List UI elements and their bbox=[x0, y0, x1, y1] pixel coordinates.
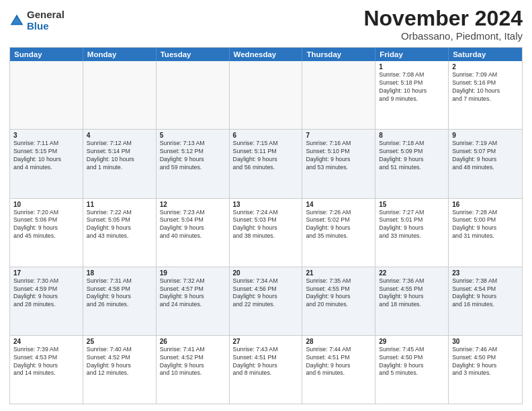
cell-text: Sunrise: 7:20 AM Sunset: 5:06 PM Dayligh… bbox=[13, 209, 79, 241]
cal-cell: 29Sunrise: 7:45 AM Sunset: 4:50 PM Dayli… bbox=[375, 336, 449, 404]
cal-cell: 21Sunrise: 7:35 AM Sunset: 4:55 PM Dayli… bbox=[302, 267, 375, 335]
cal-cell: 24Sunrise: 7:39 AM Sunset: 4:53 PM Dayli… bbox=[10, 336, 83, 404]
cal-cell: 23Sunrise: 7:38 AM Sunset: 4:54 PM Dayli… bbox=[449, 267, 522, 335]
cal-cell: 30Sunrise: 7:46 AM Sunset: 4:50 PM Dayli… bbox=[449, 336, 522, 404]
cell-text: Sunrise: 7:44 AM Sunset: 4:51 PM Dayligh… bbox=[306, 346, 371, 378]
cell-text: Sunrise: 7:41 AM Sunset: 4:52 PM Dayligh… bbox=[160, 346, 226, 378]
cell-text: Sunrise: 7:28 AM Sunset: 5:00 PM Dayligh… bbox=[452, 209, 519, 241]
cal-cell: 5Sunrise: 7:13 AM Sunset: 5:12 PM Daylig… bbox=[157, 130, 230, 197]
day-number: 16 bbox=[452, 201, 519, 208]
cell-text: Sunrise: 7:08 AM Sunset: 5:18 PM Dayligh… bbox=[379, 71, 445, 103]
day-number: 28 bbox=[306, 338, 371, 345]
calendar: SundayMondayTuesdayWednesdayThursdayFrid… bbox=[9, 47, 523, 404]
header-day-sunday: Sunday bbox=[10, 48, 83, 61]
cal-row-3: 17Sunrise: 7:30 AM Sunset: 4:59 PM Dayli… bbox=[10, 267, 522, 336]
cal-cell: 7Sunrise: 7:16 AM Sunset: 5:10 PM Daylig… bbox=[302, 130, 375, 197]
cell-text: Sunrise: 7:18 AM Sunset: 5:09 PM Dayligh… bbox=[379, 140, 445, 172]
cal-cell: 2Sunrise: 7:09 AM Sunset: 5:16 PM Daylig… bbox=[449, 61, 522, 129]
cell-text: Sunrise: 7:19 AM Sunset: 5:07 PM Dayligh… bbox=[452, 140, 519, 172]
day-number: 27 bbox=[233, 338, 299, 345]
cal-cell: 12Sunrise: 7:23 AM Sunset: 5:04 PM Dayli… bbox=[157, 199, 230, 267]
logo: General Blue bbox=[9, 9, 64, 32]
day-number: 2 bbox=[452, 63, 519, 71]
cal-cell: 25Sunrise: 7:40 AM Sunset: 4:52 PM Dayli… bbox=[83, 336, 157, 404]
cal-cell: 10Sunrise: 7:20 AM Sunset: 5:06 PM Dayli… bbox=[10, 199, 83, 267]
cal-cell: 18Sunrise: 7:31 AM Sunset: 4:58 PM Dayli… bbox=[83, 267, 157, 335]
page: General Blue November 2024 Orbassano, Pi… bbox=[0, 0, 532, 411]
cal-cell: 1Sunrise: 7:08 AM Sunset: 5:18 PM Daylig… bbox=[375, 61, 449, 129]
logo-text: General Blue bbox=[27, 9, 64, 32]
cal-cell: 13Sunrise: 7:24 AM Sunset: 5:03 PM Dayli… bbox=[230, 199, 303, 267]
cal-cell: 27Sunrise: 7:43 AM Sunset: 4:51 PM Dayli… bbox=[230, 336, 303, 404]
cell-text: Sunrise: 7:23 AM Sunset: 5:04 PM Dayligh… bbox=[160, 209, 226, 241]
cal-cell: 20Sunrise: 7:34 AM Sunset: 4:56 PM Dayli… bbox=[230, 267, 303, 335]
cell-text: Sunrise: 7:16 AM Sunset: 5:10 PM Dayligh… bbox=[306, 140, 371, 172]
cell-text: Sunrise: 7:34 AM Sunset: 4:56 PM Dayligh… bbox=[233, 277, 299, 310]
day-number: 9 bbox=[452, 132, 519, 139]
cal-cell bbox=[10, 61, 83, 129]
day-number: 10 bbox=[13, 201, 79, 208]
cell-text: Sunrise: 7:35 AM Sunset: 4:55 PM Dayligh… bbox=[306, 277, 371, 310]
cell-text: Sunrise: 7:13 AM Sunset: 5:12 PM Dayligh… bbox=[160, 140, 226, 172]
day-number: 8 bbox=[379, 132, 445, 139]
day-number: 22 bbox=[379, 269, 445, 277]
day-number: 13 bbox=[233, 201, 299, 208]
cal-cell: 4Sunrise: 7:12 AM Sunset: 5:14 PM Daylig… bbox=[83, 130, 157, 197]
day-number: 5 bbox=[160, 132, 226, 139]
header-day-wednesday: Wednesday bbox=[230, 48, 303, 61]
cal-cell: 6Sunrise: 7:15 AM Sunset: 5:11 PM Daylig… bbox=[230, 130, 303, 197]
cell-text: Sunrise: 7:09 AM Sunset: 5:16 PM Dayligh… bbox=[452, 71, 519, 103]
cell-text: Sunrise: 7:39 AM Sunset: 4:53 PM Dayligh… bbox=[13, 346, 79, 378]
cal-cell: 17Sunrise: 7:30 AM Sunset: 4:59 PM Dayli… bbox=[10, 267, 83, 335]
cal-cell: 28Sunrise: 7:44 AM Sunset: 4:51 PM Dayli… bbox=[302, 336, 375, 404]
calendar-body: 1Sunrise: 7:08 AM Sunset: 5:18 PM Daylig… bbox=[10, 61, 522, 404]
day-number: 17 bbox=[13, 269, 79, 277]
header-day-friday: Friday bbox=[375, 48, 449, 61]
logo-icon bbox=[9, 13, 24, 28]
day-number: 25 bbox=[87, 338, 152, 345]
day-number: 4 bbox=[87, 132, 152, 139]
cal-row-0: 1Sunrise: 7:08 AM Sunset: 5:18 PM Daylig… bbox=[10, 61, 522, 130]
day-number: 29 bbox=[379, 338, 445, 345]
cal-cell: 9Sunrise: 7:19 AM Sunset: 5:07 PM Daylig… bbox=[449, 130, 522, 197]
logo-general-text: General bbox=[27, 9, 64, 21]
logo-blue-text: Blue bbox=[27, 21, 64, 32]
cell-text: Sunrise: 7:30 AM Sunset: 4:59 PM Dayligh… bbox=[13, 277, 79, 310]
title-block: November 2024 Orbassano, Piedmont, Italy bbox=[363, 7, 523, 42]
cell-text: Sunrise: 7:26 AM Sunset: 5:02 PM Dayligh… bbox=[306, 209, 371, 241]
cal-cell: 8Sunrise: 7:18 AM Sunset: 5:09 PM Daylig… bbox=[375, 130, 449, 197]
cal-cell bbox=[83, 61, 157, 129]
day-number: 7 bbox=[306, 132, 371, 139]
cell-text: Sunrise: 7:22 AM Sunset: 5:05 PM Dayligh… bbox=[87, 209, 152, 241]
cal-cell: 16Sunrise: 7:28 AM Sunset: 5:00 PM Dayli… bbox=[449, 199, 522, 267]
cell-text: Sunrise: 7:45 AM Sunset: 4:50 PM Dayligh… bbox=[379, 346, 445, 378]
day-number: 15 bbox=[379, 201, 445, 208]
cal-cell bbox=[230, 61, 303, 129]
day-number: 19 bbox=[160, 269, 226, 277]
cal-row-1: 3Sunrise: 7:11 AM Sunset: 5:15 PM Daylig… bbox=[10, 130, 522, 198]
cal-cell bbox=[157, 61, 230, 129]
location: Orbassano, Piedmont, Italy bbox=[363, 30, 523, 42]
cell-text: Sunrise: 7:12 AM Sunset: 5:14 PM Dayligh… bbox=[87, 140, 152, 172]
header: General Blue November 2024 Orbassano, Pi… bbox=[9, 7, 523, 42]
cell-text: Sunrise: 7:27 AM Sunset: 5:01 PM Dayligh… bbox=[379, 209, 445, 241]
cal-row-2: 10Sunrise: 7:20 AM Sunset: 5:06 PM Dayli… bbox=[10, 199, 522, 267]
day-number: 6 bbox=[233, 132, 299, 139]
day-number: 11 bbox=[87, 201, 152, 208]
cell-text: Sunrise: 7:40 AM Sunset: 4:52 PM Dayligh… bbox=[87, 346, 152, 378]
cal-cell: 22Sunrise: 7:36 AM Sunset: 4:55 PM Dayli… bbox=[375, 267, 449, 335]
day-number: 30 bbox=[452, 338, 519, 345]
cell-text: Sunrise: 7:11 AM Sunset: 5:15 PM Dayligh… bbox=[13, 140, 79, 172]
day-number: 24 bbox=[13, 338, 79, 345]
cell-text: Sunrise: 7:24 AM Sunset: 5:03 PM Dayligh… bbox=[233, 209, 299, 241]
cell-text: Sunrise: 7:38 AM Sunset: 4:54 PM Dayligh… bbox=[452, 277, 519, 310]
cal-cell: 15Sunrise: 7:27 AM Sunset: 5:01 PM Dayli… bbox=[375, 199, 449, 267]
cal-cell: 3Sunrise: 7:11 AM Sunset: 5:15 PM Daylig… bbox=[10, 130, 83, 197]
day-number: 12 bbox=[160, 201, 226, 208]
day-number: 1 bbox=[379, 63, 445, 71]
day-number: 23 bbox=[452, 269, 519, 277]
day-number: 26 bbox=[160, 338, 226, 345]
header-day-monday: Monday bbox=[83, 48, 157, 61]
cal-cell: 19Sunrise: 7:32 AM Sunset: 4:57 PM Dayli… bbox=[157, 267, 230, 335]
header-day-tuesday: Tuesday bbox=[157, 48, 230, 61]
